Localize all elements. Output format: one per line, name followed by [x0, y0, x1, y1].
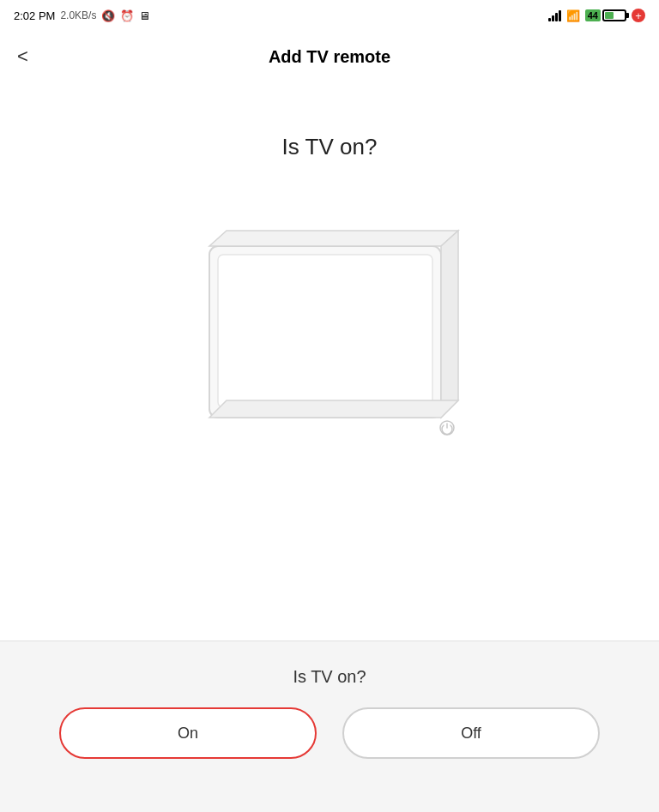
- buttons-row: On Off: [34, 707, 625, 759]
- battery-indicator: 44: [585, 9, 626, 21]
- svg-marker-4: [209, 400, 458, 418]
- status-bar: 2:02 PM 2.0KB/s 🔇 ⏰ 🖥 📶 44 +: [0, 0, 659, 31]
- signal-icon: [548, 9, 561, 21]
- svg-marker-3: [441, 231, 458, 418]
- battery-fill: [605, 12, 614, 19]
- on-button[interactable]: On: [59, 707, 317, 759]
- back-button[interactable]: <: [17, 47, 28, 66]
- svg-marker-2: [209, 231, 458, 246]
- data-icon: +: [632, 9, 645, 22]
- off-button[interactable]: Off: [342, 707, 600, 759]
- page-title: Add TV remote: [17, 47, 642, 67]
- main-content: Is TV on?: [0, 82, 659, 469]
- tv-svg: [184, 220, 475, 460]
- no-sound-icon: 🔇: [101, 9, 115, 22]
- app-bar: < Add TV remote: [0, 31, 659, 82]
- svg-rect-1: [218, 255, 432, 407]
- screen-icon: 🖥: [139, 9, 150, 22]
- battery-icon: [602, 9, 626, 21]
- status-left: 2:02 PM 2.0KB/s 🔇 ⏰ 🖥: [14, 9, 150, 22]
- wifi-icon: 📶: [566, 9, 580, 22]
- battery-level: 44: [585, 9, 601, 21]
- speed-display: 2.0KB/s: [60, 9, 96, 21]
- tv-illustration: [166, 212, 493, 469]
- question-top: Is TV on?: [282, 134, 378, 160]
- alarm-icon: ⏰: [120, 9, 134, 22]
- question-bottom: Is TV on?: [293, 667, 366, 687]
- time-display: 2:02 PM: [14, 9, 55, 22]
- status-right: 📶 44 +: [548, 9, 645, 22]
- bottom-panel: Is TV on? On Off: [0, 641, 659, 812]
